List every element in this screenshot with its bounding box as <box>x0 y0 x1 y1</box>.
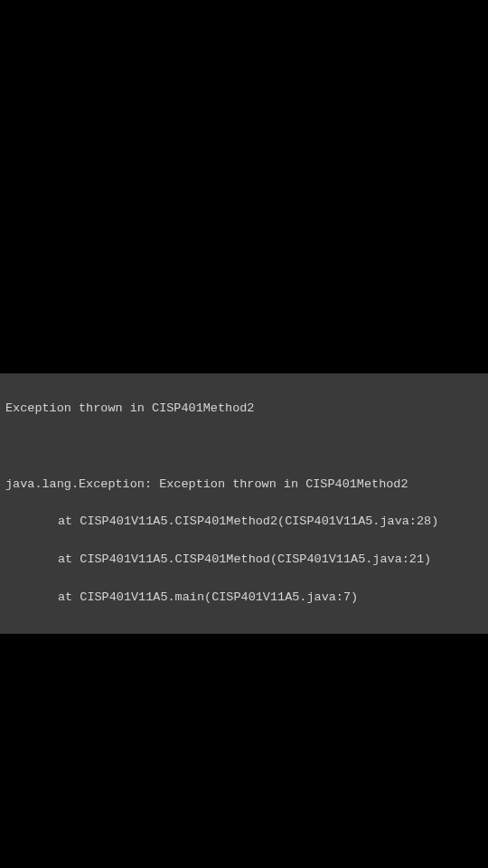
console-output: Exception thrown in CISP401Method2 java.… <box>0 373 488 634</box>
console-blank-line <box>5 438 483 457</box>
console-line: Exception thrown in CISP401Method2 <box>5 400 483 419</box>
console-stacktrace-line: at CISP401V11A5.CISP401Method(CISP401V11… <box>5 551 483 570</box>
console-line: java.lang.Exception: Exception thrown in… <box>5 476 483 495</box>
console-stacktrace-line: at CISP401V11A5.CISP401Method2(CISP401V1… <box>5 513 483 532</box>
console-stacktrace-line: at CISP401V11A5.main(CISP401V11A5.java:7… <box>5 589 483 608</box>
